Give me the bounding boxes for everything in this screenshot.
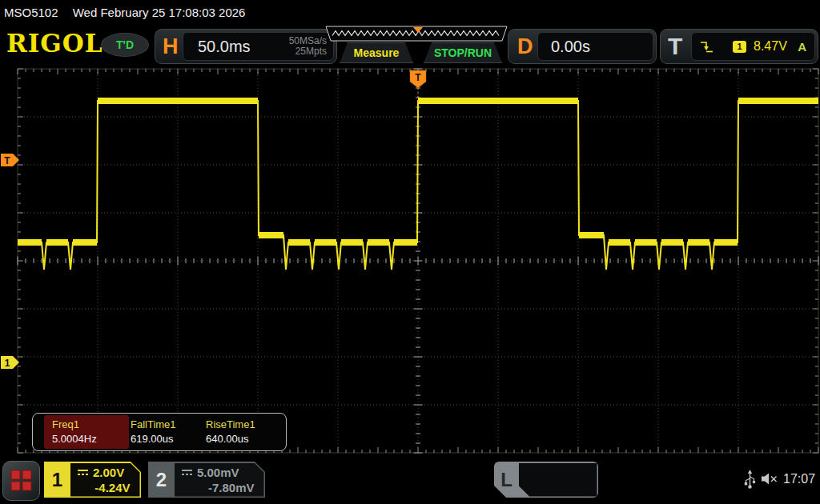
memory-depth: 25Mpts <box>289 46 327 57</box>
channel2-panel: 5.00mV -7.80mV <box>175 463 264 497</box>
digital-panel: 0 1 2 3 4 5 6 7 8 9 1011 12131415 <box>519 463 597 497</box>
channel2-button[interactable]: 2 5.00mV -7.80mV <box>148 462 265 498</box>
acquisition-info: 50MSa/s 25Mpts <box>289 36 327 57</box>
top-bar: MSO5102 Wed February 25 17:08:03 2026 <box>0 0 820 24</box>
measurement-label: RiseTime1 <box>206 418 255 430</box>
trigger-position-marker[interactable]: T <box>410 70 426 102</box>
delay-block[interactable]: D 0.00s <box>508 29 657 64</box>
ch1-zero-marker[interactable]: 1 <box>1 356 19 369</box>
trigger-panel: 1 8.47V A <box>691 32 815 61</box>
trigger-level-marker[interactable]: T <box>1 154 19 166</box>
clock: 17:07 <box>783 472 815 486</box>
ch1-trace[interactable] <box>18 101 818 270</box>
measure-button[interactable]: Measure <box>340 42 413 63</box>
channel2-offset: -7.80mV <box>208 481 255 494</box>
model-label: MSO5102 <box>4 6 58 19</box>
trigger-position-letter: T <box>415 72 421 83</box>
speaker-muted-icon <box>761 472 779 486</box>
waveform-overview-strip[interactable] <box>324 26 508 42</box>
ch1-marker-number: 1 <box>5 358 10 369</box>
channel1-button[interactable]: 1 2.00V -4.24V <box>44 462 141 498</box>
measurement-value: 5.0004Hz <box>52 433 97 445</box>
usb-icon <box>743 469 757 490</box>
measurement-value: 619.00us <box>131 433 174 445</box>
trigger-status-badge: T'D <box>101 33 149 57</box>
trigger-block[interactable]: T 1 8.47V A <box>660 29 818 64</box>
horizontal-panel: 50.0ms 50MSa/s 25Mpts <box>183 32 334 61</box>
measurement-panel[interactable]: Freq1 5.0004Hz FallTime1 619.00us RiseTi… <box>32 413 287 451</box>
horizontal-label: H <box>163 30 179 63</box>
dc-coupling-icon <box>77 468 89 477</box>
trigger-label: T <box>668 30 682 63</box>
dc-coupling-icon <box>181 468 193 477</box>
datetime-label: Wed February 25 17:08:03 2026 <box>73 6 246 19</box>
brand-logo: RIGOL <box>6 29 103 58</box>
menu-button[interactable] <box>2 461 40 501</box>
channel1-panel: 2.00V -4.24V <box>70 463 140 497</box>
digital-channels-button[interactable]: L 0 1 2 3 4 5 6 7 8 9 1011 12131415 <box>494 462 598 498</box>
grid-menu-icon <box>3 462 39 500</box>
delay-value: 0.00s <box>551 33 590 60</box>
trigger-mode-badge: A <box>798 40 806 54</box>
channel1-number: 1 <box>44 462 70 498</box>
delay-panel: 0.00s <box>537 32 653 61</box>
trigger-source-badge: 1 <box>733 41 746 53</box>
horizontal-block[interactable]: H 50.0ms 50MSa/s 25Mpts <box>155 29 337 64</box>
measurement-label: FallTime1 <box>131 418 176 430</box>
falling-edge-icon <box>700 40 714 54</box>
trigger-level-value: 8.47V <box>754 39 787 54</box>
digital-row1: 0 1 2 3 4 5 6 7 <box>527 497 596 504</box>
graticule <box>18 69 818 453</box>
digital-label: L <box>494 462 519 498</box>
oscilloscope-screen: MSO5102 Wed February 25 17:08:03 2026 RI… <box>0 0 820 504</box>
measurement-value: 640.00us <box>206 433 249 445</box>
delay-label: D <box>517 30 533 63</box>
channel1-scale: 2.00V <box>93 466 124 479</box>
channel2-scale: 5.00mV <box>197 466 239 479</box>
trigger-level-letter: T <box>4 155 10 166</box>
timebase-value: 50.0ms <box>198 33 251 60</box>
channel2-number: 2 <box>148 462 175 498</box>
run-stop-button[interactable]: STOP/RUN <box>424 42 502 63</box>
measurement-label: Freq1 <box>52 418 79 430</box>
channel1-offset: -4.24V <box>94 481 130 494</box>
